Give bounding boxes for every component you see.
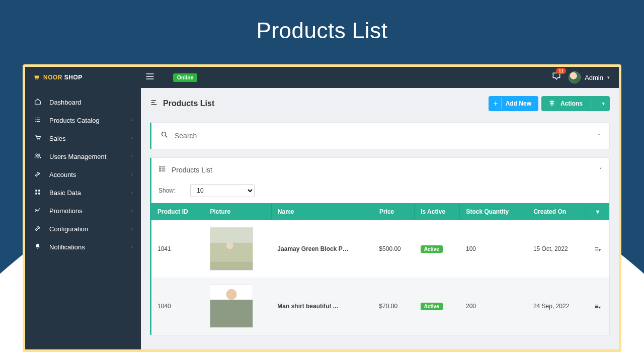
list-panel: Products List ˅ Show: 10 Product ID (150, 157, 610, 335)
show-select[interactable]: 10 (190, 184, 255, 197)
topbar: NOOR SHOP Online 11 Admin (25, 67, 619, 88)
sidebar-item-dashboard[interactable]: Dashboard (25, 93, 141, 111)
cart-icon (33, 134, 42, 143)
sidebar-item-promotions[interactable]: Promotions › (25, 202, 141, 220)
search-panel[interactable]: Search ˄ (150, 122, 610, 149)
sidebar-item-label: Configuration (49, 225, 88, 233)
app-frame: NOOR SHOP Online 11 Admin (25, 67, 619, 349)
add-new-button[interactable]: Add New (489, 96, 538, 111)
hamburger-icon[interactable] (145, 71, 155, 83)
row-menu-button[interactable]: ≡▾ (586, 278, 609, 335)
sidebar-item-label: Users Management (49, 153, 106, 160)
cell-active: Active (415, 278, 460, 335)
sidebar-item-users[interactable]: Users Management › (25, 147, 141, 165)
brand[interactable]: NOOR SHOP (25, 74, 141, 81)
page-head: Products List Add New Actions ▾ (150, 96, 610, 111)
svg-point-0 (35, 79, 36, 80)
sidebar-item-label: Dashboard (49, 99, 82, 106)
sidebar: Dashboard Products Catalog › Sales › Use… (25, 88, 141, 349)
chevron-down-icon: ▾ (602, 101, 605, 106)
slide-title: Products List (0, 18, 644, 43)
chevron-right-icon: › (131, 208, 133, 213)
actions-sep (592, 99, 592, 108)
chevron-down-icon: ▾ (607, 75, 610, 80)
chevron-right-icon: › (131, 136, 133, 141)
th-active[interactable]: Is Active (415, 203, 460, 220)
brand-noor: NOOR (43, 74, 62, 81)
th-created[interactable]: Created On (527, 203, 586, 220)
cell-price: $500.00 (373, 220, 414, 278)
sidebar-item-accounts[interactable]: Accounts › (25, 165, 141, 184)
add-label: Add New (506, 100, 531, 107)
cell-name: Man shirt beautiful … (271, 278, 373, 335)
sidebar-item-label: Promotions (49, 207, 83, 215)
th-id[interactable]: Product ID (151, 203, 204, 220)
cell-name: Jaamay Green Block P… (271, 220, 373, 278)
th-stock[interactable]: Stock Quantity (460, 203, 527, 220)
layers-icon (548, 100, 555, 108)
wrench-icon (33, 170, 42, 179)
users-icon (33, 152, 42, 161)
sidebar-item-label: Products Catalog (49, 117, 100, 124)
show-row: Show: 10 (151, 182, 609, 203)
sidebar-item-label: Notifications (49, 243, 85, 251)
cell-price: $70.00 (373, 278, 414, 335)
actions-button[interactable]: Actions ▾ (541, 96, 610, 111)
svg-rect-14 (159, 166, 160, 167)
svg-point-4 (35, 121, 36, 121)
cell-created: 24 Sep, 2022 (527, 278, 586, 335)
sidebar-item-products-catalog[interactable]: Products Catalog › (25, 111, 141, 129)
chevron-down-icon[interactable]: ˅ (599, 167, 602, 173)
user-menu[interactable]: Admin ▾ (569, 71, 610, 83)
svg-point-5 (37, 139, 38, 140)
list-icon (33, 116, 42, 125)
product-thumb (210, 227, 253, 270)
product-thumb (210, 285, 253, 328)
cell-stock: 200 (460, 278, 527, 335)
plus-icon (491, 98, 502, 109)
svg-rect-12 (38, 193, 40, 195)
cell-stock: 100 (460, 220, 527, 278)
sidebar-item-configuration[interactable]: Configuration › (25, 220, 141, 238)
chevron-right-icon: › (131, 190, 133, 195)
svg-point-8 (38, 153, 40, 155)
main: Products List Add New Actions ▾ (141, 88, 619, 349)
th-name[interactable]: Name (271, 203, 373, 220)
cell-created: 15 Oct, 2022 (527, 220, 586, 278)
chevron-up-icon: ˄ (598, 133, 600, 139)
sidebar-item-notifications[interactable]: Notifications › (25, 238, 141, 256)
svg-point-7 (36, 153, 38, 155)
row-menu-button[interactable]: ≡▾ (586, 220, 609, 278)
products-table: Product ID Picture Name Price Is Active … (151, 203, 609, 335)
brand-logo-icon (33, 74, 40, 81)
list-panel-head: Products List ˅ (151, 158, 609, 182)
actions-label: Actions (560, 100, 583, 107)
sidebar-item-basic-data[interactable]: Basic Data › (25, 184, 141, 202)
chevron-down-icon: ▾ (596, 208, 599, 215)
svg-point-6 (39, 139, 40, 140)
th-menu[interactable]: ▾ (586, 203, 609, 220)
page-title: Products List (163, 99, 214, 108)
chevron-right-icon: › (131, 226, 133, 231)
svg-rect-15 (159, 168, 160, 169)
sidebar-item-sales[interactable]: Sales › (25, 129, 141, 147)
trend-icon (33, 207, 42, 215)
th-price[interactable]: Price (373, 203, 414, 220)
brand-shop: SHOP (62, 74, 83, 81)
list-panel-title: Products List (172, 166, 212, 174)
chat-button[interactable]: 11 (551, 71, 561, 83)
th-picture[interactable]: Picture (204, 203, 271, 220)
svg-point-13 (162, 132, 166, 136)
top-actions: 11 Admin ▾ (551, 71, 619, 83)
home-icon (33, 98, 42, 107)
show-label: Show: (158, 187, 175, 194)
cell-id: 1040 (151, 278, 204, 335)
cell-picture (204, 220, 271, 278)
cell-id: 1041 (151, 220, 204, 278)
sidebar-item-label: Accounts (49, 171, 76, 178)
svg-point-3 (35, 119, 36, 120)
grid-icon (33, 189, 42, 197)
search-icon (160, 131, 169, 141)
svg-point-2 (35, 117, 36, 118)
svg-rect-9 (35, 190, 37, 192)
